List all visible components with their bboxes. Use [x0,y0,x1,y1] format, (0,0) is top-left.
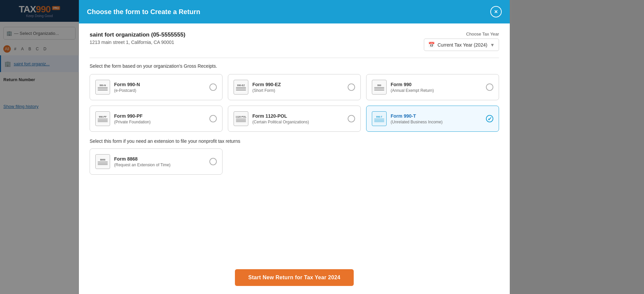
start-return-button[interactable]: Start New Return for Tax Year 2024 [235,269,354,286]
extension-grid: 8868 Form 8868 (Request an Extension of … [90,149,499,175]
form-card-left-990ez: 990-EZ Form 990-EZ (Short Form) [234,80,281,95]
form-name-1120pol: Form 1120-POL [252,113,309,119]
radio-990t[interactable]: ✔ [486,115,493,122]
form-card-left-1120pol: 1120 POL Form 1120-POL (Certain Politica… [234,111,309,126]
form-card-left-990n: 990-N Form 990-N (e-Postcard) [95,80,140,95]
org-address: 1213 main street 1, California, CA 90001 [90,40,185,45]
form-name-990pf: Form 990-PF [114,113,151,119]
form-icon-990n: 990-N [95,80,110,95]
form-icon-990pf: 990-PF [95,111,110,126]
tax-year-dropdown[interactable]: 📅 Current Tax Year (2024) ▼ [424,39,499,51]
form-card-990n[interactable]: 990-N Form 990-N (e-Postcard) [90,74,222,100]
gross-receipts-label: Select the form based on your organizati… [90,63,499,69]
form-icon-990t: 990-T [372,111,387,126]
form-card-990[interactable]: 990 Form 990 (Annual Exempt Return) [366,74,499,100]
form-info-990pf: Form 990-PF (Private Foundation) [114,113,151,124]
form-subname-990n: (e-Postcard) [114,88,140,93]
form-card-990ez[interactable]: 990-EZ Form 990-EZ (Short Form) [228,74,361,100]
tax-year-label: Choose Tax Year [466,32,499,37]
form-card-1120pol[interactable]: 1120 POL Form 1120-POL (Certain Politica… [228,106,361,132]
form-card-left-990t: 990-T Form 990-T (Unrelated Business Inc… [372,111,443,126]
radio-990n[interactable] [209,83,217,91]
org-info: saint fort organization (05-5555555) 121… [90,32,185,45]
modal-title: Choose the form to Create a Return [87,8,200,16]
checkmark-icon: ✔ [488,116,492,122]
dropdown-arrow-icon: ▼ [490,42,495,48]
form-name-990n: Form 990-N [114,81,140,87]
modal-header: Choose the form to Create a Return × [79,0,510,23]
forms-grid: 990-N Form 990-N (e-Postcard) [90,74,499,132]
radio-990[interactable] [486,83,493,91]
form-info-990n: Form 990-N (e-Postcard) [114,81,140,93]
form-icon-1120pol: 1120 POL [234,111,248,126]
form-subname-990: (Annual Exempt Return) [391,88,434,93]
extension-section-label: Select this form if you need an extensio… [90,138,499,144]
radio-1120pol[interactable] [348,115,355,122]
modal-footer: Start New Return for Tax Year 2024 [79,264,510,294]
form-info-990: Form 990 (Annual Exempt Return) [391,81,434,93]
form-icon-8868: 8868 [95,154,110,169]
form-subname-990t: (Unrelated Business Income) [391,120,443,124]
form-card-left-990: 990 Form 990 (Annual Exempt Return) [372,80,434,95]
tax-year-section: Choose Tax Year 📅 Current Tax Year (2024… [424,32,499,51]
form-subname-990ez: (Short Form) [252,88,281,93]
calendar-icon: 📅 [428,42,435,48]
create-return-modal: Choose the form to Create a Return × sai… [79,0,510,294]
form-name-990ez: Form 990-EZ [252,81,281,87]
tax-year-value: Current Tax Year (2024) [438,42,487,48]
modal-body: saint fort organization (05-5555555) 121… [79,23,510,264]
form-card-left-990pf: 990-PF Form 990-PF (Private Foundation) [95,111,151,126]
form-name-990: Form 990 [391,81,434,87]
form-info-990t: Form 990-T (Unrelated Business Income) [391,113,443,124]
form-icon-990ez: 990-EZ [234,80,248,95]
form-info-1120pol: Form 1120-POL (Certain Political Organiz… [252,113,309,124]
form-card-left-8868: 8868 Form 8868 (Request an Extension of … [95,154,170,169]
form-card-8868[interactable]: 8868 Form 8868 (Request an Extension of … [90,149,222,175]
radio-8868[interactable] [209,158,217,165]
form-icon-990: 990 [372,80,387,95]
form-subname-1120pol: (Certain Political Organizations) [252,120,309,124]
form-card-990t[interactable]: 990-T Form 990-T (Unrelated Business Inc… [366,106,499,132]
form-info-8868: Form 8868 (Request an Extension of Time) [114,156,170,167]
form-name-990t: Form 990-T [391,113,443,119]
modal-close-button[interactable]: × [490,6,502,17]
form-subname-8868: (Request an Extension of Time) [114,163,170,167]
org-title: saint fort organization (05-5555555) [90,32,185,38]
form-card-990pf[interactable]: 990-PF Form 990-PF (Private Foundation) [90,106,222,132]
radio-990ez[interactable] [348,83,355,91]
radio-990pf[interactable] [209,115,217,122]
form-subname-990pf: (Private Foundation) [114,120,151,124]
form-info-990ez: Form 990-EZ (Short Form) [252,81,281,93]
form-name-8868: Form 8868 [114,156,170,162]
divider-1 [90,58,499,58]
org-header-row: saint fort organization (05-5555555) 121… [90,32,499,51]
